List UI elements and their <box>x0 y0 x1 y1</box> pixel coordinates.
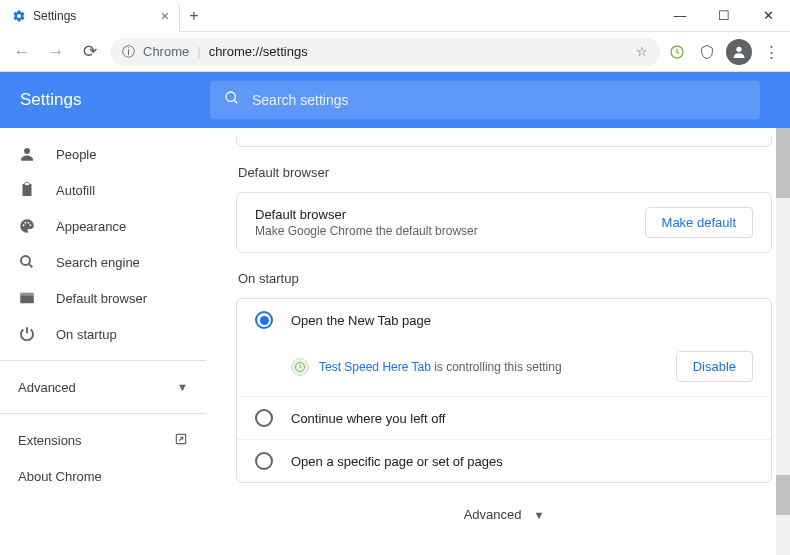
sidebar-item-label: Autofill <box>56 183 95 198</box>
menu-icon[interactable]: ⋮ <box>760 41 782 63</box>
advanced-toggle[interactable]: Advanced ▼ <box>236 483 772 546</box>
url-text: chrome://settings <box>209 44 308 59</box>
svg-point-11 <box>21 256 30 265</box>
sidebar-item-people[interactable]: People <box>0 136 206 172</box>
sidebar-item-label: Search engine <box>56 255 140 270</box>
back-button[interactable]: ← <box>8 38 36 66</box>
search-icon <box>18 253 36 271</box>
extension-icon-1[interactable] <box>666 41 688 63</box>
svg-point-8 <box>25 222 27 224</box>
svg-point-2 <box>226 92 235 101</box>
window-title-bar: Settings × + — ☐ ✕ <box>0 0 790 32</box>
extension-notice: Test Speed Here Tab is controlling this … <box>237 341 771 396</box>
advanced-label: Advanced <box>464 507 522 522</box>
profile-avatar[interactable] <box>726 39 752 65</box>
person-icon <box>18 145 36 163</box>
close-window-button[interactable]: ✕ <box>746 1 790 31</box>
sidebar-about-label: About Chrome <box>18 469 102 484</box>
minimize-button[interactable]: — <box>658 1 702 31</box>
divider <box>0 360 206 361</box>
maximize-button[interactable]: ☐ <box>702 1 746 31</box>
scrollbar-thumb[interactable] <box>776 475 790 515</box>
sidebar-item-label: On startup <box>56 327 117 342</box>
sidebar-item-on-startup[interactable]: On startup <box>0 316 206 352</box>
startup-card: Open the New Tab page Test Speed Here Ta… <box>236 298 772 483</box>
site-info-icon[interactable]: ⓘ <box>122 43 135 61</box>
star-icon[interactable]: ☆ <box>636 44 648 59</box>
default-browser-label: Default browser <box>255 207 478 222</box>
svg-point-7 <box>23 224 25 226</box>
svg-line-3 <box>234 100 237 103</box>
url-chrome-label: Chrome <box>143 44 189 59</box>
browser-icon <box>18 289 36 307</box>
settings-header: Settings <box>0 72 790 128</box>
page-title: Settings <box>20 90 190 110</box>
svg-point-4 <box>24 148 30 154</box>
new-tab-button[interactable]: + <box>180 2 208 30</box>
svg-point-9 <box>28 222 30 224</box>
sidebar-advanced[interactable]: Advanced ▼ <box>0 369 206 405</box>
sidebar-item-label: People <box>56 147 96 162</box>
reload-button[interactable]: ⟳ <box>76 38 104 66</box>
extension-suffix: is controlling this setting <box>431 360 562 374</box>
extension-badge-icon <box>291 358 309 376</box>
chevron-down-icon: ▼ <box>177 381 188 393</box>
sidebar-about[interactable]: About Chrome <box>0 458 206 494</box>
section-title-default-browser: Default browser <box>238 165 772 180</box>
extension-link[interactable]: Test Speed Here Tab <box>319 360 431 374</box>
svg-rect-6 <box>25 183 30 186</box>
chevron-down-icon: ▼ <box>533 509 544 521</box>
address-bar: ← → ⟳ ⓘ Chrome | chrome://settings ☆ ⋮ <box>0 32 790 72</box>
startup-option-new-tab[interactable]: Open the New Tab page <box>237 299 771 341</box>
startup-opt3-label: Open a specific page or set of pages <box>291 454 503 469</box>
sidebar-item-label: Default browser <box>56 291 147 306</box>
sidebar-item-search-engine[interactable]: Search engine <box>0 244 206 280</box>
divider <box>0 413 206 414</box>
scrollbar-track[interactable] <box>776 128 790 555</box>
search-icon <box>224 90 240 110</box>
palette-icon <box>18 217 36 235</box>
sidebar-item-appearance[interactable]: Appearance <box>0 208 206 244</box>
browser-tab[interactable]: Settings × <box>0 0 180 32</box>
disable-button[interactable]: Disable <box>676 351 753 382</box>
radio-icon[interactable] <box>255 452 273 470</box>
url-input[interactable]: ⓘ Chrome | chrome://settings ☆ <box>110 38 660 66</box>
radio-icon[interactable] <box>255 409 273 427</box>
power-icon <box>18 325 36 343</box>
startup-opt2-label: Continue where you left off <box>291 411 445 426</box>
external-link-icon <box>174 432 188 449</box>
sidebar-extensions-label: Extensions <box>18 433 82 448</box>
svg-rect-14 <box>20 293 34 296</box>
radio-checked-icon[interactable] <box>255 311 273 329</box>
main-panel: Default browser Default browser Make Goo… <box>206 128 790 555</box>
sidebar-item-label: Appearance <box>56 219 126 234</box>
extension-icon-2[interactable] <box>696 41 718 63</box>
make-default-button[interactable]: Make default <box>645 207 753 238</box>
gear-icon <box>12 9 26 23</box>
svg-point-10 <box>29 224 31 226</box>
svg-point-1 <box>736 46 741 51</box>
startup-option-specific-pages[interactable]: Open a specific page or set of pages <box>237 439 771 482</box>
svg-line-12 <box>29 264 32 267</box>
clipboard-icon <box>18 181 36 199</box>
sidebar-advanced-label: Advanced <box>18 380 76 395</box>
search-input[interactable] <box>252 92 746 108</box>
default-browser-card: Default browser Make Google Chrome the d… <box>236 192 772 253</box>
section-title-startup: On startup <box>238 271 772 286</box>
forward-button[interactable]: → <box>42 38 70 66</box>
startup-opt1-label: Open the New Tab page <box>291 313 431 328</box>
tab-title: Settings <box>33 9 76 23</box>
close-tab-icon[interactable]: × <box>161 8 169 24</box>
search-settings-box[interactable] <box>210 81 760 119</box>
sidebar-extensions[interactable]: Extensions <box>0 422 206 458</box>
sidebar-item-default-browser[interactable]: Default browser <box>0 280 206 316</box>
scrollbar-thumb[interactable] <box>776 128 790 198</box>
window-controls: — ☐ ✕ <box>658 1 790 31</box>
sidebar: People Autofill Appearance Search engine… <box>0 128 206 555</box>
startup-option-continue[interactable]: Continue where you left off <box>237 396 771 439</box>
url-separator: | <box>197 44 200 59</box>
sidebar-item-autofill[interactable]: Autofill <box>0 172 206 208</box>
card-stub <box>236 135 772 147</box>
default-browser-sub: Make Google Chrome the default browser <box>255 224 478 238</box>
